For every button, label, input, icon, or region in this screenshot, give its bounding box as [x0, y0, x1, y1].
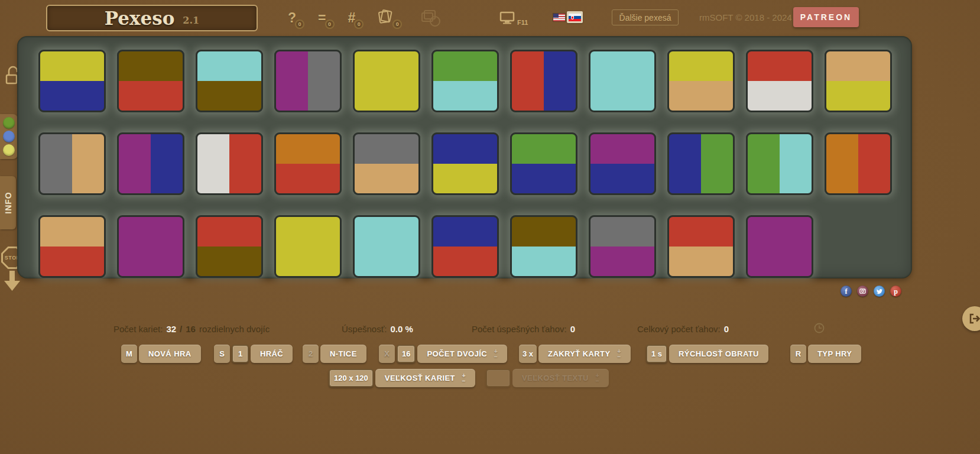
new-game-label: NOVÁ HRA — [148, 349, 192, 358]
ntice-button[interactable]: N-TICE — [320, 345, 366, 363]
card[interactable] — [667, 215, 735, 278]
new-game-key[interactable]: M — [121, 345, 137, 363]
player-button[interactable]: HRÁČ — [251, 345, 293, 363]
color-set-tab[interactable] — [0, 114, 18, 159]
card[interactable] — [38, 132, 106, 195]
color-dot[interactable] — [3, 144, 15, 156]
card[interactable] — [431, 132, 499, 195]
player-group: S 1 HRÁČ — [214, 345, 293, 363]
stats-bar: Počet kariet: 32 / 16 rozdielnych dvojíc… — [0, 324, 980, 336]
speed-group: 1 s RÝCHLOSŤ OBRATU — [646, 345, 768, 363]
pairs-spinner[interactable]: + − — [492, 347, 498, 361]
pairs-count-value[interactable]: 16 — [397, 345, 416, 363]
card[interactable] — [589, 132, 656, 195]
pairs-key[interactable]: X — [379, 345, 395, 363]
player-key[interactable]: S — [214, 345, 230, 363]
card[interactable] — [589, 215, 656, 278]
card[interactable] — [353, 50, 420, 112]
facebook-icon[interactable]: f — [841, 286, 852, 297]
spinner-down-icon[interactable]: − — [618, 354, 621, 359]
copy-icon — [421, 9, 441, 30]
card[interactable] — [667, 50, 735, 112]
info-tab[interactable]: INFO — [0, 176, 16, 229]
card[interactable] — [510, 132, 577, 195]
game-board — [18, 37, 911, 278]
game-type-key[interactable]: R — [790, 345, 806, 363]
card[interactable] — [746, 132, 813, 195]
card[interactable] — [746, 50, 813, 112]
ntice-key[interactable]: 2 — [303, 345, 319, 363]
pinterest-icon[interactable]: p — [890, 286, 901, 297]
card-size-spinner[interactable]: + − — [460, 371, 466, 385]
card[interactable] — [589, 50, 656, 112]
card[interactable] — [38, 50, 106, 112]
counter-badge: 0 — [354, 20, 364, 29]
card[interactable] — [196, 50, 263, 112]
card[interactable] — [274, 215, 342, 278]
card[interactable] — [431, 215, 499, 278]
card[interactable] — [196, 132, 263, 195]
text-size-label: VEĽKOSŤ TEXTU — [522, 374, 589, 382]
cover-spinner[interactable]: + − — [615, 347, 621, 361]
cover-button[interactable]: ZAKRYŤ KARTY + − — [538, 345, 631, 363]
card[interactable] — [825, 132, 892, 195]
twitter-icon[interactable] — [874, 286, 885, 297]
new-game-button[interactable]: NOVÁ HRA — [139, 345, 201, 363]
card[interactable] — [510, 215, 577, 278]
stat-pairs-value: 16 — [186, 324, 196, 334]
clock-icon[interactable] — [814, 323, 825, 336]
stat-total-moves: Celkový počet ťahov: 0 — [637, 324, 729, 334]
card[interactable] — [510, 50, 577, 112]
speed-value[interactable]: 1 s — [646, 345, 667, 363]
cover-key[interactable]: 3 x — [519, 345, 537, 363]
card[interactable] — [196, 215, 263, 278]
instagram-icon[interactable] — [857, 286, 868, 297]
cards-icon[interactable]: 0 — [377, 9, 394, 26]
card[interactable] — [117, 50, 184, 112]
card[interactable] — [117, 215, 184, 278]
help-icon[interactable]: ?0 — [288, 10, 296, 26]
text-size-value — [486, 369, 511, 387]
card[interactable] — [746, 215, 813, 278]
patreon-button[interactable]: PATREON — [793, 7, 859, 27]
app-title-box: Pexeso 2.1 — [46, 5, 258, 31]
spinner-down-icon[interactable]: − — [494, 354, 498, 359]
ntice-group: 2 N-TICE — [303, 345, 366, 363]
equals-icon[interactable]: =0 — [318, 10, 326, 26]
flag-sk[interactable] — [567, 11, 583, 23]
pairs-group: X 16 POČET DVOJÍC + − — [379, 345, 507, 363]
card[interactable] — [667, 132, 735, 195]
card[interactable] — [431, 50, 499, 112]
spinner-down-icon[interactable]: − — [462, 378, 466, 384]
stat-cards-label: Počet kariet: — [113, 324, 163, 334]
more-pexeso-button[interactable]: Ďalšie pexesá — [612, 9, 679, 25]
card-size-group: 120 x 120 VEĽKOSŤ KARIET + − — [329, 369, 475, 387]
card[interactable] — [274, 132, 342, 195]
card[interactable] — [353, 132, 420, 195]
card[interactable] — [825, 50, 892, 112]
card[interactable] — [38, 215, 106, 278]
card[interactable] — [274, 50, 342, 112]
pairs-button[interactable]: POČET DVOJÍC + − — [417, 345, 507, 363]
speed-button[interactable]: RÝCHLOSŤ OBRATU — [669, 345, 768, 363]
hash-icon[interactable]: #0 — [348, 10, 356, 26]
player-count-value[interactable]: 1 — [232, 345, 249, 363]
scroll-down-icon[interactable] — [4, 271, 21, 294]
social-links: fp — [841, 286, 901, 297]
ntice-label: N-TICE — [330, 349, 357, 358]
spinner-down-icon: − — [596, 378, 599, 384]
color-dot[interactable] — [3, 131, 15, 142]
color-dot[interactable] — [3, 117, 15, 129]
card[interactable] — [117, 132, 184, 195]
fullscreen-button[interactable]: F11 — [499, 11, 528, 27]
card-size-value[interactable]: 120 x 120 — [329, 369, 374, 387]
counter-badge: 0 — [325, 20, 335, 29]
card[interactable] — [353, 215, 420, 278]
sk-shield — [571, 16, 574, 20]
game-type-button[interactable]: TYP HRY — [808, 345, 861, 363]
us-canton — [553, 14, 559, 18]
app-title: Pexeso — [105, 8, 175, 29]
card-size-button[interactable]: VEĽKOSŤ KARIET + − — [375, 369, 475, 387]
stat-good-moves-value: 0 — [570, 324, 575, 334]
flag-us[interactable] — [553, 14, 565, 21]
